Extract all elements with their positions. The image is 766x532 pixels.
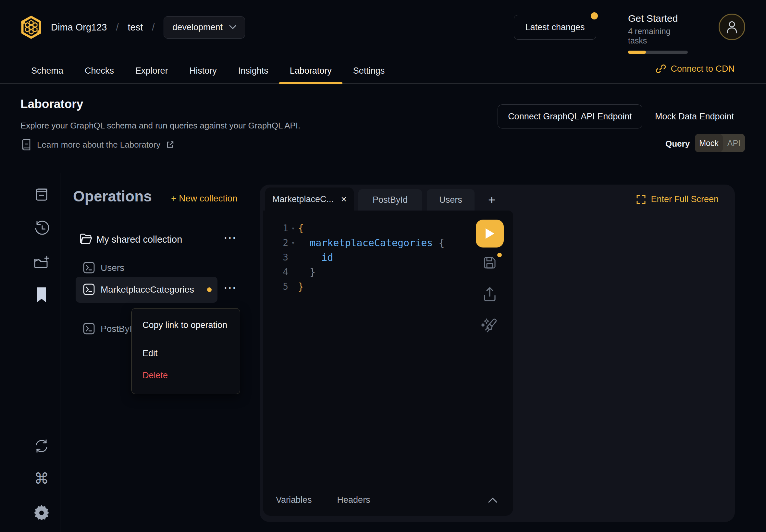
editor-tab-postbyid[interactable]: PostById (358, 189, 422, 211)
documentation-archive-icon[interactable] (33, 187, 50, 202)
tab-schema[interactable]: Schema (20, 58, 74, 83)
connect-to-cdn-link[interactable]: Connect to CDN (656, 64, 735, 74)
toggle-option-mock[interactable]: Mock (695, 134, 723, 152)
mock-data-endpoint-label: Mock Data Endpoint (655, 112, 734, 122)
person-icon (726, 20, 738, 33)
toggle-option-api[interactable]: API (723, 134, 745, 152)
gear-icon[interactable] (33, 503, 50, 520)
history-icon[interactable] (33, 221, 50, 236)
latest-changes-button[interactable]: Latest changes (514, 15, 596, 40)
latest-changes-label: Latest changes (525, 22, 585, 32)
operations-heading: Operations (73, 187, 152, 205)
variables-tab[interactable]: Variables (276, 495, 312, 505)
command-glyph: ⌘ (34, 471, 49, 486)
primary-nav: Schema Checks Explorer History Insights … (0, 58, 766, 84)
external-link-icon (166, 141, 174, 149)
new-folder-icon[interactable] (33, 255, 50, 270)
save-operation-button[interactable] (483, 256, 497, 270)
fullscreen-icon (636, 195, 646, 204)
tab-laboratory[interactable]: Laboratory (279, 58, 342, 83)
line-number: 1 (263, 223, 288, 234)
code-token: { (298, 223, 304, 234)
code-token: id (298, 252, 333, 263)
code-token: { (433, 237, 444, 248)
page-description: Explore your GraphQL schema and run quer… (20, 121, 300, 131)
add-tab-button[interactable]: + (484, 189, 500, 211)
tab-insights[interactable]: Insights (227, 58, 279, 83)
run-query-button[interactable] (476, 220, 504, 248)
query-mode-toggle: Mock API (695, 134, 745, 152)
logo-hexagon-icon[interactable] (20, 16, 42, 39)
close-icon[interactable]: × (341, 194, 346, 204)
connect-graphql-endpoint-button[interactable]: Connect GraphQL API Endpoint (498, 104, 642, 128)
graphos-studio-app: Dima Org123 / test / development Latest … (0, 0, 766, 532)
connect-to-cdn-label: Connect to CDN (671, 64, 735, 74)
line-number: 5 (263, 281, 288, 292)
sync-icon[interactable] (33, 438, 50, 454)
operation-menu-button[interactable]: ⋯ (223, 281, 237, 294)
tab-history[interactable]: History (179, 58, 227, 83)
editor-footer: Variables Headers (263, 484, 513, 516)
code-token: marketplaceCategories (298, 237, 433, 248)
get-started-title: Get Started (628, 13, 690, 24)
operation-icon (83, 261, 95, 274)
editor-tab-marketplace[interactable]: MarketplaceC... × (265, 187, 354, 211)
chevron-up-icon[interactable] (488, 497, 498, 503)
operation-icon (83, 322, 95, 335)
notification-dot (591, 12, 598, 19)
user-avatar[interactable] (719, 14, 745, 40)
variant-value: development (172, 22, 223, 32)
line-number: 3 (263, 252, 288, 263)
bookmark-icon[interactable] (33, 287, 50, 303)
learn-more-label: Learn more about the Laboratory (37, 140, 160, 150)
fold-caret-icon[interactable]: ▾ (288, 225, 298, 232)
operation-item-marketplace-categories[interactable]: MarketplaceCategories (101, 284, 194, 295)
progress-fill (628, 51, 646, 54)
code-token: } (298, 266, 315, 278)
editor-tab-label: MarketplaceC... (272, 194, 335, 204)
operation-item-users[interactable]: Users (101, 263, 124, 273)
query-label: Query (665, 139, 690, 149)
tab-explorer[interactable]: Explorer (125, 58, 179, 83)
learn-more-link[interactable]: Learn more about the Laboratory (21, 139, 174, 151)
menu-item-copy-link[interactable]: Copy link to operation (132, 316, 240, 334)
headers-tab[interactable]: Headers (337, 495, 370, 505)
breadcrumb-separator: / (116, 22, 118, 33)
new-collection-button[interactable]: + New collection (171, 193, 237, 204)
tab-settings[interactable]: Settings (342, 58, 396, 83)
variant-dropdown[interactable]: development (164, 16, 245, 39)
operation-context-menu: Copy link to operation Edit Delete (131, 308, 240, 394)
org-name[interactable]: Dima Org123 (51, 22, 107, 33)
editor-tab-label: Users (439, 195, 462, 205)
enter-full-screen-label: Enter Full Screen (651, 194, 719, 204)
chevron-down-icon (229, 25, 236, 30)
code-line: 4 } (263, 265, 513, 279)
graph-name[interactable]: test (128, 22, 143, 33)
prettify-broom-icon[interactable] (481, 317, 498, 334)
tab-checks[interactable]: Checks (74, 58, 125, 83)
collection-name[interactable]: My shared collection (96, 234, 182, 245)
laboratory-panel: MarketplaceC... × PostById Users + Enter… (260, 185, 735, 522)
get-started-subtitle: 4 remaining tasks (628, 27, 690, 45)
menu-item-delete[interactable]: Delete (132, 367, 240, 384)
menu-item-edit[interactable]: Edit (132, 345, 240, 362)
book-icon (21, 139, 31, 151)
mock-data-endpoint-button[interactable]: Mock Data Endpoint (655, 104, 734, 128)
query-editor[interactable]: 1 ▾ { 2 ▾ marketplaceCategories { 3 id 4 (263, 211, 513, 516)
editor-tab-users[interactable]: Users (427, 189, 475, 211)
rail-divider (60, 173, 60, 532)
share-upload-button[interactable] (483, 287, 497, 302)
enter-full-screen-button[interactable]: Enter Full Screen (636, 194, 719, 204)
line-number: 4 (263, 267, 288, 277)
unsaved-changes-dot (497, 253, 502, 257)
page-title: Laboratory (20, 97, 83, 111)
fold-caret-icon[interactable]: ▾ (288, 239, 298, 246)
command-shortcuts-icon[interactable]: ⌘ (33, 471, 50, 486)
menu-divider (132, 338, 240, 338)
connect-endpoint-label: Connect GraphQL API Endpoint (508, 112, 632, 122)
breadcrumb-separator: / (152, 22, 154, 33)
get-started-widget[interactable]: Get Started 4 remaining tasks (628, 13, 690, 54)
code-line: 5 } (263, 279, 513, 294)
collection-menu-button[interactable]: ⋯ (223, 231, 237, 244)
folder-open-icon (79, 233, 92, 244)
